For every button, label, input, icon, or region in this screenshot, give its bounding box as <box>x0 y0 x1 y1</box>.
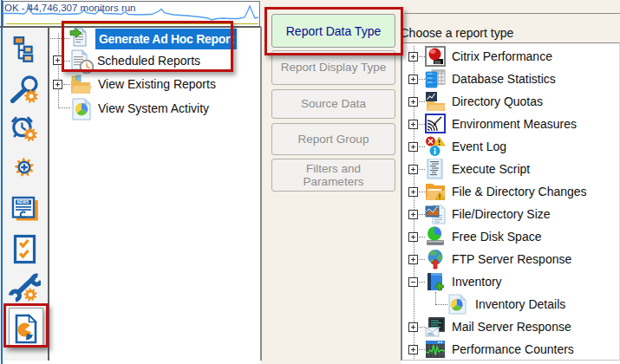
svg-text:NEWS: NEWS <box>17 200 29 205</box>
